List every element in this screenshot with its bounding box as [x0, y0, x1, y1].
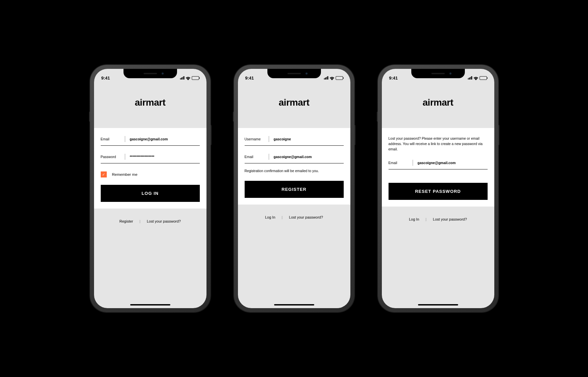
screen: 9:41 airmart Username Email	[238, 69, 350, 308]
username-field-row: Username	[245, 136, 344, 146]
password-label: Password	[101, 155, 125, 159]
email-input[interactable]	[130, 137, 200, 141]
brand-logo: airmart	[94, 97, 206, 108]
password-input[interactable]	[130, 155, 200, 159]
header: airmart	[94, 82, 206, 128]
reset-password-button[interactable]: RESET PASSWORD	[389, 183, 488, 200]
lost-password-link[interactable]: Lost your password?	[433, 217, 467, 221]
login-link[interactable]: Log In	[265, 215, 275, 219]
checkbox-icon[interactable]: ✓	[101, 171, 107, 177]
status-time: 9:41	[101, 76, 110, 81]
notch	[411, 69, 465, 78]
home-indicator[interactable]	[418, 304, 458, 305]
reset-form: Lost your password? Please enter your us…	[382, 128, 494, 207]
wifi-icon	[474, 76, 478, 80]
screen: 9:41 airmart Lost your password? Please …	[382, 69, 494, 308]
separator: |	[140, 219, 141, 223]
email-input[interactable]	[274, 155, 344, 159]
signal-icon	[180, 76, 184, 80]
signal-icon	[324, 76, 328, 80]
login-link[interactable]: Log In	[409, 217, 419, 221]
header: airmart	[238, 82, 350, 128]
password-field-row: Password	[101, 154, 200, 163]
login-button[interactable]: LOG IN	[101, 185, 200, 202]
footer-links: Log In | Lost your password?	[238, 205, 350, 230]
notch	[267, 69, 321, 78]
notch	[123, 69, 177, 78]
phone-mockup-register: 9:41 airmart Username Email	[234, 65, 354, 312]
register-link[interactable]: Register	[119, 219, 133, 223]
brand-logo: airmart	[238, 97, 350, 108]
login-form: Email Password ✓ Remember me LOG IN	[94, 128, 206, 209]
battery-icon	[480, 76, 487, 80]
separator: |	[282, 215, 283, 219]
battery-icon	[336, 76, 343, 80]
info-text: Lost your password? Please enter your us…	[389, 136, 488, 152]
status-time: 9:41	[245, 76, 254, 81]
wifi-icon	[330, 76, 334, 80]
email-field-row: Email	[245, 154, 344, 163]
email-label: Email	[101, 137, 125, 141]
phone-mockup-login: 9:41 airmart Email Password	[90, 65, 211, 312]
phone-mockup-reset: 9:41 airmart Lost your password? Please …	[378, 65, 498, 312]
email-label: Email	[245, 155, 269, 159]
brand-logo: airmart	[382, 97, 494, 108]
email-input[interactable]	[418, 161, 488, 165]
email-field-row: Email	[389, 160, 488, 169]
remember-me-row[interactable]: ✓ Remember me	[101, 171, 200, 177]
lost-password-link[interactable]: Lost your password?	[147, 219, 181, 223]
wifi-icon	[186, 76, 190, 80]
signal-icon	[468, 76, 472, 80]
screen: 9:41 airmart Email Password	[94, 69, 206, 308]
username-label: Username	[245, 137, 269, 141]
header: airmart	[382, 82, 494, 128]
email-field-row: Email	[101, 136, 200, 146]
separator: |	[426, 217, 427, 221]
username-input[interactable]	[274, 137, 344, 141]
home-indicator[interactable]	[274, 304, 314, 305]
register-form: Username Email Registration confirmation…	[238, 128, 350, 205]
battery-icon	[192, 76, 199, 80]
email-label: Email	[389, 161, 413, 165]
helper-text: Registration confirmation will be emaile…	[245, 169, 344, 173]
register-button[interactable]: REGISTER	[245, 181, 344, 198]
status-time: 9:41	[389, 76, 398, 81]
footer-links: Log In | Lost your password?	[382, 207, 494, 232]
lost-password-link[interactable]: Lost your password?	[289, 215, 323, 219]
home-indicator[interactable]	[130, 304, 170, 305]
footer-links: Register | Lost your password?	[94, 209, 206, 234]
remember-me-label: Remember me	[112, 172, 138, 176]
